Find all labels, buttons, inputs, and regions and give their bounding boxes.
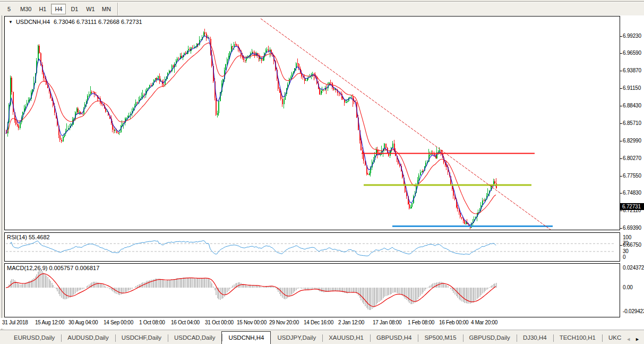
date-label: 4 Mar 20:00: [471, 320, 497, 325]
macd-axis-label: 0.024372: [623, 265, 644, 271]
price-axis[interactable]: 6.992306.965906.938706.911506.884306.857…: [620, 16, 644, 319]
date-label: 30 Aug 04:00: [68, 320, 98, 325]
macd-canvas[interactable]: [5, 264, 620, 317]
toolbar-separator: [117, 3, 118, 15]
date-label: 16 Feb 00:00: [439, 320, 468, 325]
chart-tab-usdchfdaily[interactable]: USDCHF,Daily: [115, 332, 168, 344]
down-candle-bodies: [6, 32, 496, 228]
rsi-axis-label: 70: [623, 240, 629, 246]
main-chart-canvas[interactable]: [5, 16, 620, 230]
chart-title: ▼ USDCNH,H4 6.73046 6.73111 6.72668 6.72…: [8, 19, 142, 25]
chart-tabs: EURUSD,DailyAUDUSD,DailyUSDCHF,DailyUSDC…: [0, 330, 626, 344]
date-label: 29 Nov 20:00: [269, 320, 299, 325]
chart-tab-usdjpydaily[interactable]: USDJPY,Daily: [271, 332, 322, 344]
price-label: 6.93870: [623, 68, 641, 73]
date-label: 1 Feb 08:00: [408, 320, 434, 325]
date-label: 15 Nov 00:00: [237, 320, 267, 325]
rsi-axis-label: 0: [623, 254, 625, 260]
chart-tab-dj30h4[interactable]: DJ30,H4: [517, 332, 553, 344]
chart-menu-arrow-icon[interactable]: ▼: [8, 20, 13, 24]
chart-title-ohlc: 6.73046 6.73111 6.72668 6.72731: [54, 19, 142, 25]
down-candle-wicks: [6, 29, 496, 229]
current-price-tag: 6.72731: [620, 203, 644, 210]
price-chart-panel[interactable]: ▼ USDCNH,H4 6.73046 6.73111 6.72668 6.72…: [4, 16, 620, 230]
ma-slow-line: [6, 43, 496, 214]
price-tick: [620, 158, 622, 159]
chart-title-symbol: USDCNH,H4: [16, 19, 50, 25]
up-candle-bodies: [8, 32, 494, 228]
chart-tab-audusddaily[interactable]: AUDUSD,Daily: [61, 332, 115, 344]
chart-tab-xauusdh1[interactable]: XAUUSD,H1: [322, 332, 370, 344]
mt4-window: 5M30H1H4D1W1MN ▼ USDCNH,H4 6.73046 6.731…: [0, 0, 644, 344]
price-tick: [620, 53, 622, 54]
rsi-canvas[interactable]: [5, 233, 620, 261]
tf-button-5[interactable]: 5: [2, 4, 16, 14]
chart-tab-ukc[interactable]: UKC: [602, 332, 626, 344]
date-label: 16 Oct 04:00: [171, 320, 200, 325]
date-label: 15 Aug 12:00: [35, 320, 64, 325]
rsi-panel[interactable]: RSI(14) 55.4682: [4, 232, 620, 262]
price-label: 6.99230: [623, 33, 641, 39]
price-tick: [620, 176, 622, 177]
price-tick: [620, 211, 622, 211]
price-label: 6.96590: [623, 50, 641, 56]
rsi-axis-label: 100: [623, 234, 631, 240]
price-tick: [620, 88, 622, 89]
chart-tab-eurusddaily[interactable]: EURUSD,Daily: [7, 332, 61, 344]
chart-tab-sp500m15[interactable]: SP500,M15: [418, 332, 462, 344]
price-tick: [620, 71, 622, 71]
window-top-edge: [0, 0, 644, 2]
price-tick: [620, 123, 622, 124]
price-label: 6.91150: [623, 85, 641, 91]
tf-button-m30[interactable]: M30: [18, 4, 34, 14]
tf-button-d1[interactable]: D1: [67, 4, 82, 14]
timeframe-toolbar: 5M30H1H4D1W1MN: [0, 2, 644, 15]
rsi-label: RSI(14) 55.4682: [7, 234, 50, 240]
rsi-axis-label: 30: [623, 248, 629, 254]
price-label: 6.85710: [623, 120, 641, 126]
date-label: 31 Jul 2018: [2, 320, 28, 325]
tab-scroll-right-icon[interactable]: ►: [635, 337, 640, 342]
price-label: 6.77550: [623, 173, 641, 179]
tab-scroll-controls: ◄ ►: [626, 337, 644, 344]
chart-tab-tech100h1[interactable]: TECH100,H1: [553, 332, 602, 344]
macd-panel[interactable]: MACD(12,26,9) 0.005757 0.006817: [4, 263, 620, 317]
rsi-line: [10, 241, 496, 256]
timeframe-buttons: 5M30H1H4D1W1MN: [1, 4, 114, 14]
price-tick: [620, 245, 622, 246]
chart-tab-usdcaddaily[interactable]: USDCAD,Daily: [168, 332, 221, 344]
price-tick: [620, 141, 622, 141]
price-label: 6.88430: [623, 103, 641, 108]
ma-fast-line: [6, 36, 496, 225]
macd-axis-label: -0.029423: [623, 308, 644, 314]
chart-tab-bar: EURUSD,DailyAUDUSD,DailyUSDCHF,DailyUSDC…: [0, 330, 644, 344]
price-tick: [620, 106, 622, 106]
price-label: 6.69390: [623, 225, 641, 231]
macd-histogram: [6, 270, 496, 310]
price-tick: [620, 228, 622, 229]
date-label: 1 Oct 08:00: [139, 320, 165, 325]
chart-tab-usdcnhh4[interactable]: USDCNH,H4: [221, 331, 271, 344]
up-candle-wicks: [8, 31, 494, 228]
chart-tab-gbpusdh4[interactable]: GBPUSD,H4: [370, 332, 418, 344]
tf-button-w1[interactable]: W1: [83, 4, 98, 14]
date-label: 14 Dec 16:00: [304, 320, 333, 325]
tab-scroll-left-icon[interactable]: ◄: [626, 337, 631, 342]
price-tick: [620, 193, 622, 194]
macd-axis-label: 0.00: [623, 284, 633, 290]
chart-tab-gbpusddaily[interactable]: GBPUSD,Daily: [463, 332, 517, 344]
tf-button-mn[interactable]: MN: [99, 4, 114, 14]
price-label: 6.74830: [623, 190, 641, 196]
price-label: 6.82990: [623, 138, 641, 144]
price-label: 6.80270: [623, 155, 641, 161]
time-axis[interactable]: 31 Jul 201815 Aug 12:0030 Aug 04:0014 Se…: [0, 318, 644, 329]
tf-button-h4[interactable]: H4: [51, 4, 66, 14]
date-label: 31 Oct 00:00: [205, 320, 234, 325]
date-label: 14 Sep 00:00: [104, 320, 133, 325]
tf-button-h1[interactable]: H1: [35, 4, 50, 14]
price-tick: [620, 36, 622, 37]
date-label: 2 Jan 12:00: [338, 320, 364, 325]
date-label: 17 Jan 08:00: [373, 320, 401, 325]
macd-label: MACD(12,26,9) 0.005757 0.006817: [7, 265, 99, 271]
window-left-edge: [0, 15, 4, 330]
